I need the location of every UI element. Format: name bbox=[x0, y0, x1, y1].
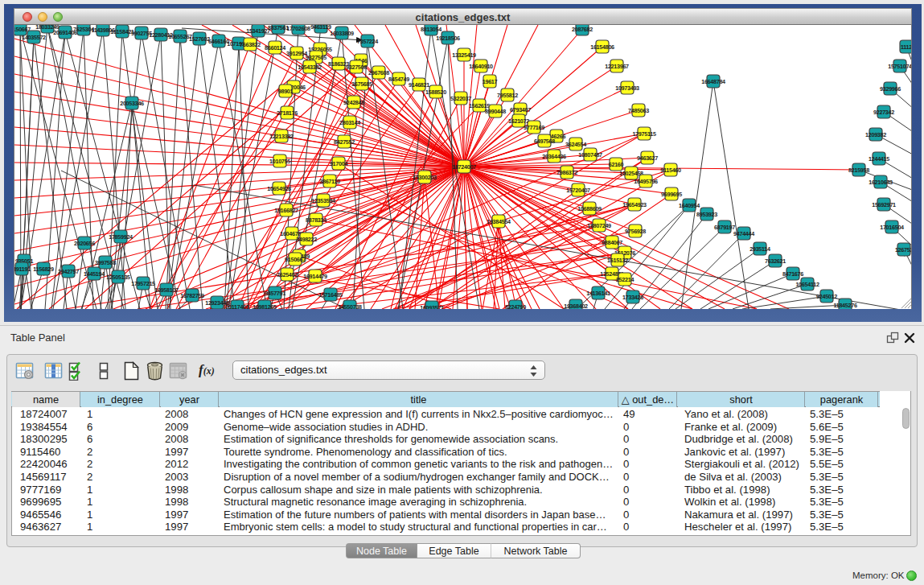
svg-text:8471676: 8471676 bbox=[782, 270, 803, 278]
svg-text:126753: 126753 bbox=[895, 246, 912, 253]
svg-text:9245012: 9245012 bbox=[816, 293, 837, 300]
svg-text:7625402: 7625402 bbox=[277, 271, 298, 278]
svg-text:10973493: 10973493 bbox=[615, 84, 639, 92]
svg-text:10654926: 10654926 bbox=[267, 185, 291, 192]
svg-text:5322037: 5322037 bbox=[450, 95, 471, 102]
svg-text:8878334: 8878334 bbox=[306, 216, 326, 224]
svg-text:6497568: 6497568 bbox=[534, 138, 555, 145]
svg-text:9242848: 9242848 bbox=[343, 99, 364, 106]
svg-text:12213967: 12213967 bbox=[605, 63, 629, 70]
svg-text:7357224: 7357224 bbox=[357, 38, 378, 45]
svg-text:7986372: 7986372 bbox=[556, 169, 577, 176]
svg-text:10688609: 10688609 bbox=[577, 205, 602, 212]
svg-text:11845276: 11845276 bbox=[833, 302, 856, 309]
svg-text:17957215: 17957215 bbox=[131, 280, 155, 287]
svg-text:9474444: 9474444 bbox=[733, 230, 754, 237]
svg-text:16648784: 16648784 bbox=[701, 78, 725, 85]
svg-text:1010755: 1010755 bbox=[269, 158, 290, 165]
svg-text:17702608: 17702608 bbox=[286, 25, 310, 32]
svg-text:14136141: 14136141 bbox=[586, 290, 610, 297]
svg-text:8224790: 8224790 bbox=[505, 303, 526, 310]
svg-text:18640910: 18640910 bbox=[469, 63, 493, 70]
svg-text:2087682: 2087682 bbox=[572, 26, 593, 33]
svg-text:3624554: 3624554 bbox=[565, 141, 586, 148]
svg-text:15720407: 15720407 bbox=[566, 187, 590, 194]
svg-text:8215958: 8215958 bbox=[848, 167, 869, 174]
svg-text:8990448: 8990448 bbox=[485, 108, 506, 115]
svg-text:12353594: 12353594 bbox=[311, 197, 335, 204]
svg-text:20053346: 20053346 bbox=[120, 100, 144, 107]
svg-text:252214: 252214 bbox=[616, 276, 634, 283]
svg-text:10543382: 10543382 bbox=[298, 64, 322, 71]
svg-text:20117403: 20117403 bbox=[225, 303, 248, 310]
svg-text:2967608: 2967608 bbox=[368, 69, 389, 76]
svg-text:8427552: 8427552 bbox=[334, 138, 355, 146]
svg-text:9699695: 9699695 bbox=[661, 191, 682, 198]
svg-text:9457791: 9457791 bbox=[265, 290, 285, 297]
svg-text:3997588: 3997588 bbox=[95, 259, 116, 266]
svg-text:9756928: 9756928 bbox=[625, 228, 646, 235]
svg-text:17016504: 17016504 bbox=[880, 224, 904, 231]
svg-text:1615132: 1615132 bbox=[607, 257, 628, 264]
svg-text:9327505: 9327505 bbox=[306, 54, 326, 61]
svg-text:10981265: 10981265 bbox=[253, 303, 277, 310]
svg-text:9884067: 9884067 bbox=[602, 239, 622, 246]
svg-text:16210643: 16210643 bbox=[869, 179, 893, 186]
svg-text:8454749: 8454749 bbox=[388, 76, 409, 83]
svg-text:9777169: 9777169 bbox=[524, 124, 544, 131]
svg-text:15751074: 15751074 bbox=[888, 63, 912, 70]
svg-text:10654112: 10654112 bbox=[795, 281, 819, 288]
svg-text:2935114: 2935114 bbox=[749, 245, 770, 253]
svg-text:62160: 62160 bbox=[609, 161, 624, 168]
svg-text:1209382: 1209382 bbox=[865, 131, 886, 138]
svg-text:3675685: 3675685 bbox=[351, 80, 372, 88]
svg-text:17975115: 17975115 bbox=[632, 130, 655, 138]
svg-text:15716485: 15716485 bbox=[318, 291, 343, 299]
svg-text:9150667: 9150667 bbox=[285, 256, 306, 263]
svg-text:9115460: 9115460 bbox=[660, 167, 681, 174]
svg-text:14035572: 14035572 bbox=[22, 34, 46, 41]
svg-text:6879197: 6879197 bbox=[714, 224, 735, 231]
svg-text:98901: 98901 bbox=[278, 88, 294, 95]
svg-text:18807249: 18807249 bbox=[587, 222, 611, 229]
svg-text:16154806: 16154806 bbox=[590, 43, 614, 51]
svg-text:1588520: 1588520 bbox=[425, 89, 446, 96]
svg-text:12505135: 12505135 bbox=[106, 274, 130, 281]
svg-text:10958107: 10958107 bbox=[154, 286, 179, 294]
svg-text:7632621: 7632621 bbox=[765, 257, 786, 265]
svg-text:19218506: 19218506 bbox=[436, 35, 460, 42]
svg-text:1733426: 1733426 bbox=[622, 294, 643, 301]
svg-text:7485063: 7485063 bbox=[628, 107, 649, 114]
svg-text:19368402: 19368402 bbox=[564, 303, 588, 310]
svg-text:3867110: 3867110 bbox=[319, 178, 340, 185]
svg-text:9227342: 9227342 bbox=[873, 109, 894, 116]
svg-text:19384554: 19384554 bbox=[487, 218, 511, 225]
svg-text:6793407: 6793407 bbox=[510, 106, 531, 113]
svg-text:16914479: 16914479 bbox=[303, 273, 327, 280]
svg-text:16093571: 16093571 bbox=[420, 304, 444, 310]
svg-text:15692971: 15692971 bbox=[872, 201, 896, 208]
svg-text:391191: 391191 bbox=[14, 266, 31, 273]
svg-text:3912954: 3912954 bbox=[286, 50, 307, 57]
svg-text:19654923: 19654923 bbox=[622, 201, 647, 208]
svg-text:14550738: 14550738 bbox=[338, 303, 362, 310]
svg-text:2942757: 2942757 bbox=[58, 268, 79, 275]
svg-text:9329966: 9329966 bbox=[880, 85, 901, 93]
svg-text:1112: 1112 bbox=[901, 43, 912, 51]
svg-text:3498222: 3498222 bbox=[296, 236, 317, 243]
svg-text:9146821: 9146821 bbox=[409, 81, 429, 89]
svg-text:13325419: 13325419 bbox=[452, 51, 476, 59]
svg-text:917004: 917004 bbox=[330, 160, 347, 167]
svg-text:1640954: 1640954 bbox=[679, 202, 700, 209]
svg-text:20364436: 20364436 bbox=[542, 153, 566, 160]
svg-text:8660124: 8660124 bbox=[265, 44, 285, 51]
svg-text:19617: 19617 bbox=[483, 78, 498, 85]
svg-text:1156829: 1156829 bbox=[33, 266, 54, 273]
svg-text:1527602: 1527602 bbox=[189, 35, 210, 43]
svg-text:9463119: 9463119 bbox=[310, 25, 331, 31]
svg-text:2718176: 2718176 bbox=[277, 109, 298, 117]
svg-text:15341927: 15341927 bbox=[246, 27, 270, 35]
svg-text:9463627: 9463627 bbox=[637, 154, 658, 162]
svg-text:8813054: 8813054 bbox=[421, 26, 441, 33]
svg-text:15300203: 15300203 bbox=[413, 174, 437, 181]
